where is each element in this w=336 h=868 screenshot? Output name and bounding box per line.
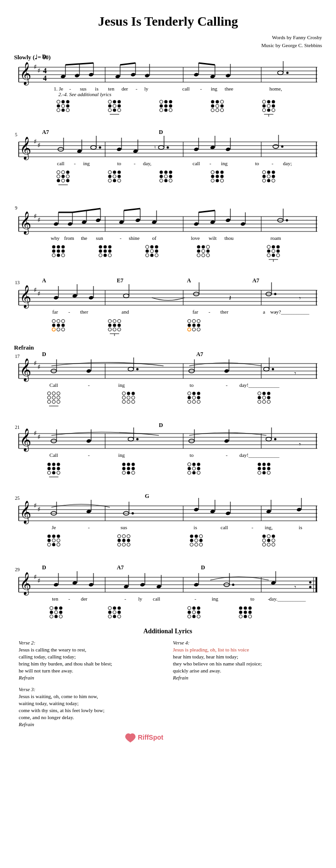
svg-point-39 [278, 71, 283, 75]
svg-point-404 [264, 367, 269, 371]
svg-text:Jesus is pleading, oh, list to: Jesus is pleading, oh, list to his voice [173, 647, 249, 652]
svg-point-234 [193, 222, 199, 226]
svg-point-665 [118, 611, 121, 614]
svg-point-161 [66, 175, 70, 178]
svg-point-681 [239, 611, 243, 614]
svg-point-171 [118, 175, 121, 178]
svg-point-618 [309, 581, 312, 584]
svg-point-184 [211, 171, 214, 174]
svg-point-567 [48, 539, 51, 542]
svg-point-475 [224, 439, 229, 443]
svg-text:-: - [68, 596, 70, 602]
svg-text:D: D [42, 351, 46, 357]
svg-text:call: call [193, 161, 200, 166]
svg-text:ing: ing [221, 161, 228, 166]
svg-point-375 [197, 328, 200, 331]
svg-point-585 [190, 539, 193, 542]
svg-point-580 [122, 543, 126, 546]
svg-line-23 [65, 64, 79, 65]
svg-point-660 [108, 607, 112, 610]
svg-text:ing,: ing, [265, 525, 273, 530]
svg-point-364 [118, 328, 121, 331]
svg-point-261 [57, 250, 60, 253]
svg-point-578 [127, 539, 130, 542]
svg-text:der: der [122, 86, 128, 91]
svg-point-156 [57, 171, 60, 174]
svg-point-428 [127, 396, 130, 399]
svg-text:sun: sun [96, 235, 103, 241]
svg-text:-: - [209, 161, 211, 166]
svg-text:♯: ♯ [34, 430, 37, 437]
svg-text:1. Je: 1. Je [54, 86, 63, 91]
svg-point-134 [167, 147, 169, 149]
svg-point-157 [62, 171, 65, 174]
svg-text:𝄞: 𝄞 [20, 62, 31, 86]
svg-point-417 [48, 396, 51, 399]
svg-point-679 [244, 607, 247, 610]
svg-point-522 [263, 471, 266, 475]
svg-point-513 [193, 471, 196, 475]
svg-point-173 [113, 179, 116, 182]
svg-point-180 [169, 175, 172, 178]
svg-text:G: G [145, 493, 149, 499]
svg-point-502 [132, 467, 135, 470]
svg-point-229 [135, 218, 140, 222]
svg-text:der: der [81, 596, 87, 602]
svg-line-31 [120, 63, 136, 65]
svg-text:𝄞: 𝄞 [20, 211, 31, 235]
svg-point-267 [104, 245, 107, 249]
svg-text:day!____________: day!____________ [239, 452, 279, 458]
svg-point-189 [221, 175, 224, 178]
svg-point-326 [88, 295, 93, 300]
svg-text:♯: ♯ [34, 287, 37, 294]
svg-point-164 [66, 179, 70, 182]
svg-text:why: why [51, 235, 60, 241]
svg-point-268 [108, 245, 112, 249]
svg-point-159 [57, 175, 60, 178]
svg-point-176 [164, 171, 168, 174]
svg-point-373 [188, 328, 191, 331]
svg-point-422 [57, 400, 60, 404]
svg-point-568 [52, 539, 56, 542]
svg-point-258 [57, 245, 60, 249]
svg-point-493 [48, 471, 51, 475]
svg-text:bring him thy burden, and thou: bring him thy burden, and thou shalt be … [19, 661, 112, 666]
svg-point-674 [197, 611, 200, 614]
svg-point-92 [221, 109, 224, 112]
svg-text:shine: shine [129, 235, 139, 241]
svg-point-272 [99, 254, 102, 257]
svg-text:ther: ther [80, 309, 88, 315]
svg-point-440 [193, 400, 196, 404]
svg-point-368 [193, 320, 196, 323]
svg-text:call: call [182, 86, 190, 91]
svg-point-67 [118, 100, 121, 104]
svg-text:-: - [251, 525, 253, 530]
svg-point-281 [146, 254, 149, 257]
svg-point-677 [197, 615, 200, 618]
svg-text:A7: A7 [117, 564, 124, 571]
svg-text:to: to [117, 161, 122, 166]
svg-point-541 [86, 509, 91, 513]
svg-point-488 [52, 463, 56, 466]
svg-point-622 [72, 581, 77, 585]
svg-point-83 [169, 109, 172, 112]
svg-line-242 [199, 210, 215, 212]
svg-text:𝄾: 𝄾 [299, 443, 301, 446]
svg-point-192 [221, 179, 224, 182]
svg-text:day.___________: day.___________ [269, 596, 306, 602]
svg-point-510 [193, 467, 196, 470]
svg-point-58 [66, 100, 70, 104]
svg-point-672 [188, 611, 191, 614]
svg-text:29: 29 [15, 567, 20, 572]
svg-point-680 [249, 607, 252, 610]
svg-point-427 [122, 396, 126, 399]
svg-point-447 [267, 396, 271, 399]
svg-point-280 [155, 250, 158, 253]
svg-point-399 [136, 368, 139, 371]
svg-point-498 [127, 463, 130, 466]
svg-text:far: far [52, 309, 58, 315]
page: Jesus Is Tenderly Calling Words by Fanny… [0, 0, 336, 868]
svg-point-135 [193, 147, 199, 151]
svg-point-397 [128, 367, 134, 371]
svg-point-487 [48, 463, 51, 466]
